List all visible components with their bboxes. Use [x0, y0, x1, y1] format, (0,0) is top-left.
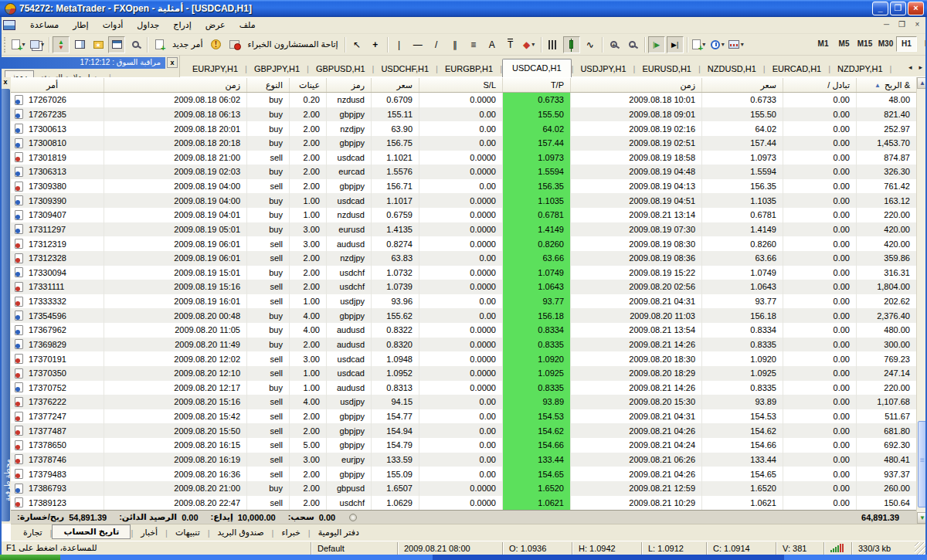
child-close-button[interactable]: × [911, 20, 924, 31]
minimize-button[interactable]: _ [872, 2, 888, 15]
terminal-tab-3[interactable]: تنبيهات [168, 526, 208, 539]
market-watch-close-icon[interactable]: x [167, 57, 178, 68]
table-row[interactable]: 173006132009.08.18 20:01buy2.00nzdjpy63.… [11, 121, 916, 136]
menu-item-2[interactable]: أدوات [96, 19, 131, 32]
column-lots[interactable]: عينات [289, 78, 326, 92]
tab-scroll-right-icon[interactable]: ▸ [919, 63, 922, 71]
table-row[interactable]: 173786502009.08.20 16:15sell5.00gbpjpy15… [11, 438, 916, 453]
windows-taskbar[interactable] [0, 555, 927, 560]
start-button-edge[interactable] [0, 555, 60, 560]
menu-item-4[interactable]: إدراج [166, 19, 198, 32]
market-watch-tab-symbols[interactable]: رموز [5, 70, 34, 77]
timeframe-M30[interactable]: M30 [875, 36, 896, 52]
terminal-vertical-bar[interactable]: محطة طرفية [1, 89, 10, 521]
templates-button[interactable]: ▾ [728, 36, 745, 53]
tab-scroll-left-icon[interactable]: ◂ [908, 63, 912, 71]
column-price[interactable]: سعر [371, 78, 419, 92]
text-label-button[interactable]: T [502, 36, 519, 53]
terminal-button[interactable] [108, 36, 125, 53]
table-row[interactable]: 173794832009.08.20 16:36sell2.00gbpjpy15… [11, 467, 916, 481]
new-chart-button[interactable]: +▾ [10, 36, 27, 53]
vertical-line-button[interactable]: | [391, 36, 408, 53]
chart-window-icon[interactable] [3, 20, 15, 30]
column-profit[interactable]: ▲الربح & [856, 78, 916, 92]
table-row[interactable]: 173891232009.08.20 22:47sell2.00usdchf1.… [11, 496, 916, 511]
terminal-tab-1[interactable]: تاريخ الحساب [52, 524, 131, 539]
toolbar-grip[interactable] [4, 37, 7, 53]
table-row[interactable]: 173679622009.08.20 11:05buy4.00audusd0.8… [11, 323, 916, 338]
table-row[interactable]: 173703502009.08.20 12:10sell1.00usdcad1.… [11, 366, 916, 381]
child-minimize-button[interactable]: ─ [880, 20, 893, 31]
menu-item-5[interactable]: عرض [199, 19, 233, 32]
chart-tab-EURUSDH1[interactable]: EURUSD,H1 [635, 61, 698, 77]
table-row[interactable]: 172670262009.08.18 06:02buy0.20nzdusd0.6… [11, 93, 916, 107]
table-row[interactable]: 173545962009.08.20 00:48buy4.00gbpjpy155… [11, 308, 916, 323]
terminal-tab-6[interactable]: دفتر اليومية [311, 526, 367, 539]
chart-tab-NZDJPYH1[interactable]: NZDJPY,H1 [830, 61, 889, 77]
channel-button[interactable]: ∥ [447, 36, 464, 53]
terminal-tab-0[interactable]: تجارة [15, 526, 50, 539]
column-order[interactable]: أمر [11, 78, 104, 92]
terminal-tab-2[interactable]: أخبار [133, 526, 165, 539]
menu-item-3[interactable]: جداول [130, 19, 166, 32]
title-bar[interactable]: 754272: MetaTrader - FXOpen - أمثلية - [… [0, 0, 927, 17]
column-close-time[interactable]: زمن [570, 78, 701, 92]
menu-item-1[interactable]: إطار [66, 19, 95, 32]
periods-button[interactable]: ▾ [709, 36, 726, 53]
table-row[interactable]: 173787462009.08.20 16:19sell3.00eurjpy13… [11, 453, 916, 467]
table-row[interactable]: 173063132009.08.19 02:03buy2.00eurcad1.5… [11, 165, 916, 179]
data-window-button[interactable] [71, 36, 88, 53]
chart-tab-EURGBPH1[interactable]: EURGBP,H1 [438, 61, 500, 77]
table-row[interactable]: 173772472009.08.20 15:42sell2.00gbpjpy15… [11, 409, 916, 424]
column-sl[interactable]: S/L [419, 78, 502, 92]
timeframe-M15[interactable]: M15 [854, 36, 875, 52]
zoom-in-button[interactable]: + [606, 36, 623, 53]
terminal-close-icon[interactable]: x [1, 78, 10, 87]
expert-stop-button[interactable] [226, 36, 243, 53]
close-button[interactable]: × [908, 2, 924, 15]
taskbar-active-task[interactable] [433, 555, 784, 560]
chart-tab-GBPJPYH1[interactable]: GBPJPY,H1 [247, 61, 307, 77]
terminal-tab-5[interactable]: خبراء [273, 526, 307, 539]
chart-tab-USDCHFH1[interactable]: USDCHF,H1 [374, 61, 436, 77]
column-type[interactable]: النوع [246, 78, 289, 92]
chart-tab-GBPUSDH1[interactable]: GBPUSD,H1 [309, 61, 372, 77]
table-row[interactable]: 173867932009.08.20 21:00buy2.00gbpusd1.6… [11, 481, 916, 496]
navigator-button[interactable]: ★ [90, 36, 107, 53]
table-row[interactable]: 173123192009.08.19 06:01sell3.00audusd0.… [11, 236, 916, 251]
candlestick-button[interactable] [563, 36, 580, 53]
horizontal-line-button[interactable]: — [409, 36, 426, 53]
trendline-button[interactable]: / [428, 36, 445, 53]
table-row[interactable]: 173112972009.08.19 05:01buy3.00eurusd1.4… [11, 222, 916, 237]
chart-tab-USDCADH1[interactable]: USDCAD,H1 [502, 59, 572, 77]
indicators-button[interactable]: +▾ [691, 36, 708, 53]
arrows-button[interactable]: ◆▾ [521, 36, 538, 53]
menu-item-0[interactable]: مساعدة [23, 19, 66, 32]
line-chart-button[interactable]: ∿ [582, 36, 599, 53]
bar-chart-button[interactable] [545, 36, 562, 53]
restore-button[interactable]: ❐ [890, 2, 906, 15]
table-row[interactable]: 172672352009.08.18 06:13buy2.00gbpjpy155… [11, 107, 916, 122]
menu-item-6[interactable]: ملف [233, 19, 263, 32]
chart-tab-EURJPYH1[interactable]: EURJPY,H1 [185, 61, 245, 77]
table-row[interactable]: 173701912009.08.20 12:02sell3.00usdcad1.… [11, 351, 916, 366]
timeframe-M1[interactable]: M1 [813, 36, 834, 52]
table-row[interactable]: 173008102009.08.18 20:18buy2.00gbpjpy156… [11, 136, 916, 151]
table-row[interactable]: 173094072009.08.19 04:01buy1.00nzdusd0.6… [11, 208, 916, 222]
table-row[interactable]: 173300942009.08.19 15:01buy2.00usdchf1.0… [11, 266, 916, 280]
chart-shift-button[interactable]: ▶| [667, 36, 684, 53]
table-row[interactable]: 173018192009.08.18 21:00sell2.00usdcad1.… [11, 151, 916, 165]
chart-tab-EURCADH1[interactable]: EURCAD,H1 [766, 61, 829, 77]
auto-scroll-button[interactable]: |▶ [648, 36, 665, 53]
chart-tab-USDJPYH1[interactable]: USDJPY,H1 [573, 61, 633, 77]
cursor-button[interactable]: ↖ [348, 36, 365, 53]
table-row[interactable]: 173093902009.08.19 04:00buy1.00usdcad1.1… [11, 193, 916, 208]
table-row[interactable]: 173311112009.08.19 15:16sell2.00usdchf1.… [11, 280, 916, 294]
column-symbol[interactable]: رمز [326, 78, 371, 92]
child-restore-button[interactable]: ❐ [895, 20, 908, 31]
new-order-button[interactable]: + [151, 36, 168, 53]
table-row[interactable]: 173333322009.08.19 16:01sell1.00usdjpy93… [11, 294, 916, 309]
crosshair-button[interactable]: + [367, 36, 384, 53]
chart-tab-AUDUSDH1[interactable]: AUDUSD,H1 [891, 61, 896, 77]
table-row[interactable]: 173093802009.08.19 04:00sell2.00gbpjpy15… [11, 179, 916, 194]
